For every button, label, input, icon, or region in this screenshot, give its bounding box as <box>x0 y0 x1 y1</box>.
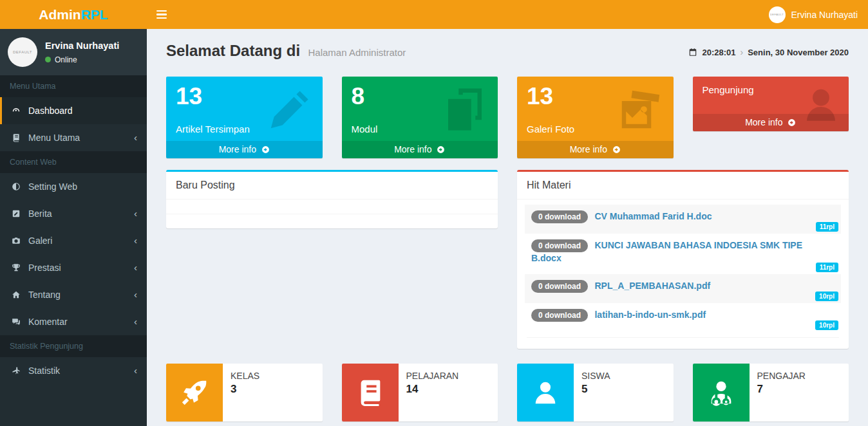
sidebar-item-prestasi[interactable]: Prestasi ‹ <box>0 254 147 281</box>
stat-value: 5 <box>581 383 610 396</box>
sidebar-item-berita[interactable]: Berita ‹ <box>0 200 147 227</box>
sidebar-item-label: Komentar <box>28 317 127 327</box>
panel-title: Baru Posting <box>166 172 498 199</box>
stat-box-kelas: KELAS 3 <box>166 364 323 421</box>
sidebar-item-label: Berita <box>28 208 127 219</box>
rocket-icon <box>166 364 223 421</box>
panel-title: Hit Materi <box>517 172 849 199</box>
user-icon <box>517 364 574 421</box>
clock: 20:28:01 <box>702 48 735 57</box>
class-badge: 10rpl <box>815 320 838 330</box>
menu-section-statistik-pengunjung: Statistik Pengunjung <box>0 335 147 357</box>
download-count-badge: 0 download <box>531 280 588 293</box>
page-subtitle: Halaman Administrator <box>308 47 406 58</box>
camera-icon <box>10 236 22 245</box>
panel-footer <box>527 337 839 349</box>
stat-label: PELAJARAN <box>406 371 459 381</box>
info-box-value: 13 <box>176 84 313 108</box>
list-item: 0 download RPL_A_PEMBAHASAN.pdf 10rpl <box>525 274 841 303</box>
hit-materi-list: 0 download CV Muhammad Farid H.doc 11rpl… <box>517 199 849 349</box>
arrow-circle-right-icon <box>437 145 445 154</box>
info-box-value: 13 <box>527 84 664 108</box>
stat-value: 14 <box>406 383 459 396</box>
empty-list-row <box>166 199 498 214</box>
panel-row: Baru Posting Hit Materi 0 download CV Mu… <box>166 170 849 349</box>
arrow-circle-right-icon <box>788 118 796 127</box>
info-box-row: 13 Artikel Tersimpan More info 8 Modul M… <box>166 77 849 158</box>
trophy-icon <box>10 263 22 272</box>
navbar: DEFAULT Ervina Nurhayati <box>147 0 868 29</box>
file-link[interactable]: CV Muhammad Farid H.doc <box>594 211 712 221</box>
content-header: Selamat Datang di Halaman Administrator … <box>166 42 849 64</box>
sidebar-item-statistik[interactable]: Statistik ‹ <box>0 357 147 384</box>
download-count-badge: 0 download <box>531 210 588 223</box>
download-count-badge: 0 download <box>531 239 588 252</box>
arrow-circle-right-icon <box>261 145 270 154</box>
list-item: 0 download CV Muhammad Farid H.doc 11rpl <box>525 205 841 234</box>
home-icon <box>10 290 22 299</box>
breadcrumb-separator: › <box>741 47 744 57</box>
info-box-value: 8 <box>352 84 489 108</box>
online-dot-icon <box>45 57 51 62</box>
sidebar-user-panel: DEFAULT Ervina Nurhayati Online <box>0 29 147 75</box>
stat-box-pengajar: PENGAJAR 7 <box>693 364 849 421</box>
info-box-label: Pengunjung <box>703 84 840 95</box>
avatar: DEFAULT <box>8 37 37 67</box>
logo-primary: Admin <box>39 7 80 23</box>
more-info-link[interactable]: More info <box>342 141 498 158</box>
sidebar-item-tentang[interactable]: Tentang ‹ <box>0 281 147 308</box>
baru-posting-panel: Baru Posting <box>166 170 498 228</box>
avatar: DEFAULT <box>769 6 786 23</box>
more-info-link[interactable]: More info <box>693 114 849 131</box>
class-badge: 11rpl <box>816 263 838 272</box>
chevron-left-icon: ‹ <box>134 319 137 325</box>
chevron-left-icon: ‹ <box>134 264 137 271</box>
main-content: Selamat Datang di Halaman Administrator … <box>147 29 868 426</box>
chevron-left-icon: ‹ <box>134 210 137 217</box>
info-box-artikel: 13 Artikel Tersimpan More info <box>166 77 323 158</box>
app-logo[interactable]: AdminRPL <box>0 0 147 29</box>
file-link[interactable]: latihan-b-indo-un-smk.pdf <box>594 310 706 320</box>
user-menu[interactable]: DEFAULT Ervina Nurhayati <box>769 0 868 29</box>
sidebar-toggle-icon[interactable] <box>147 0 176 29</box>
sidebar-item-dashboard[interactable]: Dashboard <box>0 97 147 124</box>
class-badge: 11rpl <box>816 222 838 232</box>
logo-accent: RPL <box>81 7 108 23</box>
date: Senin, 30 November 2020 <box>748 48 849 57</box>
adjust-icon <box>10 182 22 191</box>
info-box-pengunjung: Pengunjung More info <box>693 77 849 131</box>
stat-value: 7 <box>757 383 806 396</box>
sidebar-item-label: Dashboard <box>28 106 137 116</box>
more-info-link[interactable]: More info <box>166 141 323 158</box>
menu-section-menu-utama: Menu Utama <box>0 75 147 97</box>
teacher-icon <box>693 364 750 421</box>
stat-box-siswa: SISWA 5 <box>517 364 674 421</box>
chevron-left-icon: ‹ <box>134 367 137 374</box>
more-info-link[interactable]: More info <box>517 141 674 158</box>
download-count-badge: 0 download <box>531 309 588 322</box>
sidebar: DEFAULT Ervina Nurhayati Online Menu Uta… <box>0 29 147 426</box>
sidebar-user-name: Ervina Nurhayati <box>45 41 119 51</box>
stat-label: PENGAJAR <box>757 371 806 381</box>
chevron-left-icon: ‹ <box>134 237 137 244</box>
sidebar-item-menu-utama[interactable]: Menu Utama ‹ <box>0 124 147 151</box>
calendar-icon <box>688 48 697 57</box>
sidebar-item-galeri[interactable]: Galeri ‹ <box>0 227 147 254</box>
user-status: Online <box>45 55 119 64</box>
clock-date: 20:28:01 › Senin, 30 November 2020 <box>688 47 849 57</box>
sidebar-item-komentar[interactable]: Komentar ‹ <box>0 308 147 335</box>
list-item: 0 download KUNCI JAWABAN BAHASA INDOESIA… <box>525 234 841 274</box>
stat-label: SISWA <box>581 371 610 381</box>
hit-materi-panel: Hit Materi 0 download CV Muhammad Farid … <box>517 170 849 349</box>
sidebar-item-setting-web[interactable]: Setting Web <box>0 173 147 200</box>
topbar: AdminRPL DEFAULT Ervina Nurhayati <box>0 0 868 29</box>
info-box-label: Galeri Foto <box>527 124 664 134</box>
sidebar-item-label: Setting Web <box>28 181 137 192</box>
pencil-square-icon <box>10 209 22 218</box>
file-link[interactable]: RPL_A_PEMBAHASAN.pdf <box>594 281 710 291</box>
sidebar-item-label: Menu Utama <box>28 133 127 143</box>
list-item: 0 download latihan-b-indo-un-smk.pdf 10r… <box>525 303 841 332</box>
stat-value: 3 <box>231 383 259 396</box>
page-title: Selamat Datang di <box>166 42 300 59</box>
comments-icon <box>10 317 22 326</box>
